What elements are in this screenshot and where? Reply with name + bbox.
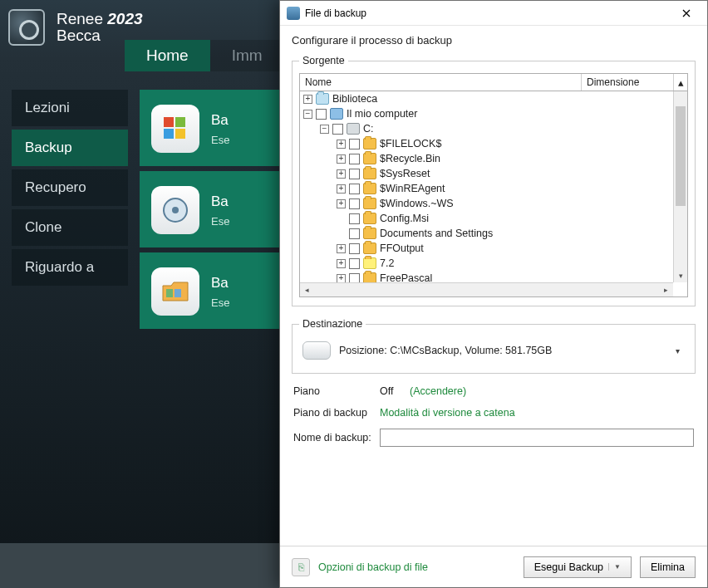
sidebar: Lezioni Backup Recupero Clone Riguardo a: [12, 90, 128, 289]
tree-node[interactable]: + 7.2: [300, 256, 673, 271]
tab-imm[interactable]: Imm: [210, 40, 284, 71]
tree-checkbox[interactable]: [349, 139, 360, 149]
plan-section: Piano Off (Accendere) Piano di backup Mo…: [293, 385, 694, 447]
vertical-scrollbar[interactable]: ▾: [673, 91, 687, 282]
card-backup-system[interactable]: Ba Ese: [140, 90, 281, 166]
tree-node[interactable]: +FFOutput: [300, 241, 673, 256]
backup-mode-label: Piano di backup: [293, 407, 380, 419]
windows-icon: [151, 105, 199, 153]
source-legend: Sorgente: [299, 55, 348, 66]
tree-node[interactable]: +$SysReset: [300, 166, 673, 181]
card-subtitle: Ese: [211, 296, 229, 309]
tree-checkbox[interactable]: [349, 213, 360, 224]
sidebar-item-recupero[interactable]: Recupero: [12, 169, 128, 206]
expand-icon[interactable]: +: [337, 244, 346, 253]
sidebar-item-lezioni[interactable]: Lezioni: [12, 90, 128, 126]
collapse-icon[interactable]: −: [320, 125, 329, 134]
tree-node-label: FreePascal: [380, 272, 432, 282]
drive-icon: [347, 123, 360, 135]
tree-checkbox[interactable]: [349, 243, 360, 254]
sidebar-item-backup[interactable]: Backup: [12, 130, 128, 166]
plan-enable-link[interactable]: (Accendere): [410, 385, 466, 397]
column-header-dimension[interactable]: Dimensione: [582, 74, 673, 91]
scroll-up-button[interactable]: ▴: [673, 74, 687, 91]
folder-icon: [363, 138, 376, 149]
tree-node[interactable]: +FreePascal: [300, 271, 673, 282]
expand-icon[interactable]: +: [337, 140, 346, 149]
collapse-icon[interactable]: −: [303, 110, 312, 119]
run-backup-button[interactable]: Esegui Backup ▼: [524, 556, 632, 578]
tree-node[interactable]: +Biblioteca: [300, 91, 673, 106]
tree-node-label: FFOutput: [380, 243, 424, 254]
library-icon: [316, 93, 329, 105]
tree-node[interactable]: +$Recycle.Bin: [300, 151, 673, 166]
app-logo-icon: [8, 9, 45, 46]
delete-button[interactable]: Elimina: [640, 556, 696, 578]
close-button[interactable]: [671, 3, 702, 23]
dialog-footer: ⎘ Opzioni di backup di file Esegui Backu…: [280, 546, 707, 587]
card-backup-file[interactable]: Ba Ese: [140, 252, 281, 329]
backup-options-link[interactable]: Opzioni di backup di file: [318, 561, 428, 573]
source-group: Sorgente Nome Dimensione ▴ +Biblioteca−I…: [292, 55, 696, 306]
tree-node-label: C:: [363, 123, 374, 135]
tree-node[interactable]: Documents and Settings: [300, 226, 673, 241]
expand-icon[interactable]: +: [337, 259, 346, 268]
tree-viewport[interactable]: +Biblioteca−Il mio computer−C:+$FILELOCK…: [300, 91, 673, 282]
expand-icon[interactable]: +: [337, 199, 346, 208]
tree-checkbox[interactable]: [349, 228, 360, 239]
svg-rect-6: [166, 289, 173, 297]
tree-node[interactable]: Config.Msi: [300, 211, 673, 226]
horizontal-scrollbar[interactable]: ◂ ▸: [300, 282, 673, 296]
folder-icon: [363, 257, 376, 269]
tree-checkbox[interactable]: [349, 258, 360, 269]
sidebar-item-riguardo[interactable]: Riguardo a: [12, 249, 128, 286]
delete-label: Elimina: [651, 561, 685, 573]
svg-point-5: [172, 207, 179, 213]
tree-checkbox[interactable]: [349, 198, 360, 209]
dialog-titlebar[interactable]: File di backup: [280, 1, 707, 26]
tree-checkbox[interactable]: [332, 124, 343, 135]
close-icon: [682, 9, 691, 17]
card-backup-disk[interactable]: Ba Ese: [140, 171, 281, 247]
expand-icon[interactable]: +: [337, 169, 346, 179]
backup-mode-link[interactable]: Modalità di versione a catena: [380, 407, 515, 419]
expand-icon[interactable]: +: [337, 274, 346, 283]
destination-row[interactable]: Posizione: C:\MCsBackup, Volume: 581.75G…: [299, 336, 688, 365]
expand-icon[interactable]: +: [337, 184, 346, 194]
tree-node[interactable]: −C:: [300, 121, 673, 136]
tree-node[interactable]: +$WinREAgent: [300, 181, 673, 196]
tree-node-label: Il mio computer: [347, 108, 417, 120]
svg-rect-7: [175, 289, 181, 297]
scroll-right-button[interactable]: ▸: [659, 283, 673, 297]
card-title: Ba: [211, 275, 229, 292]
tree-header: Nome Dimensione ▴: [299, 73, 688, 91]
destination-legend: Destinazione: [299, 318, 366, 330]
tree-checkbox[interactable]: [349, 273, 360, 283]
expand-icon[interactable]: +: [337, 154, 346, 164]
column-header-name[interactable]: Nome: [300, 74, 582, 91]
expand-icon[interactable]: +: [303, 95, 312, 104]
folder-icon: [363, 198, 376, 209]
tree-node[interactable]: +$FILELOCK$: [300, 136, 673, 151]
tree-checkbox[interactable]: [349, 184, 360, 194]
svg-rect-3: [175, 129, 185, 139]
chevron-down-icon: ▼: [608, 563, 621, 571]
folder-icon: [363, 168, 376, 179]
dialog-icon: [287, 7, 300, 20]
scrollbar-thumb[interactable]: [676, 106, 686, 206]
backup-name-input[interactable]: [380, 429, 694, 447]
tree-checkbox[interactable]: [316, 109, 327, 120]
scroll-down-button[interactable]: ▾: [674, 268, 687, 282]
svg-rect-1: [175, 117, 185, 127]
destination-text: Posizione: C:\MCsBackup, Volume: 581.75G…: [339, 345, 661, 356]
sidebar-item-clone[interactable]: Clone: [12, 209, 128, 246]
destination-dropdown-button[interactable]: ▾: [670, 346, 685, 355]
tree-node[interactable]: +$Windows.~WS: [300, 196, 673, 211]
tree-checkbox[interactable]: [349, 169, 360, 179]
card-title: Ba: [211, 112, 229, 129]
tab-home[interactable]: Home: [125, 40, 210, 71]
tree-checkbox[interactable]: [349, 154, 360, 164]
folder-icon: [363, 243, 376, 254]
scroll-left-button[interactable]: ◂: [300, 283, 314, 297]
tree-node[interactable]: −Il mio computer: [300, 106, 673, 121]
